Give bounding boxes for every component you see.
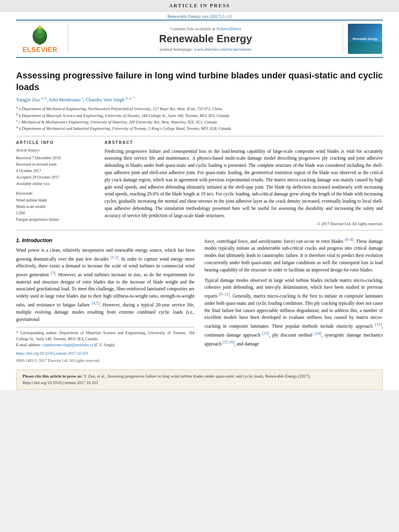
footnote-corresponding: * Corresponding author. Department of Ma… [16,330,195,342]
available-date: Available online xxx [16,181,97,187]
abstract-col: ABSTRACT Predicting progressive failure … [105,140,383,226]
affiliation-c: c c Mechanical & Mechatronics Engineerin… [16,119,383,125]
email-address[interactable]: chandraveer.singh@utoronto.ca [42,343,93,347]
affiliations: a a Department of Mechanical Engineering… [16,105,383,131]
elsevier-tree-icon [26,24,54,46]
accepted-date: Accepted 29 October 2017 [16,174,97,181]
body-col-left: 1. Introduction Wind power is a clean, r… [16,236,195,364]
ref-9-11: [9–11] [219,292,230,296]
renewable-energy-badge: Renewable Energy [348,24,382,54]
intro-section-number: 1. [16,237,21,243]
journal-volume-info: Renewable Energy xxx (2017) 1–13 [167,14,231,18]
email-label: E-mail address: [16,343,42,347]
affiliation-b: b b Department of Materials Science and … [16,112,383,119]
keyword-4: Fatigue progressive failure [16,216,97,223]
divider-2 [16,230,383,230]
keyword-2: Multi-scale model [16,203,97,210]
ref-12: [12] [375,322,382,327]
elsevier-logo: ELSEVIER [23,24,58,53]
two-col-body: 1. Introduction Wind power is a clean, r… [16,236,383,364]
citation-label: Please cite this article in press as: [23,374,84,378]
intro-section-title: 1. Introduction [16,236,195,244]
ref-4-5: [4,5] [92,301,99,305]
homepage-link[interactable]: www.elsevier.com/locate/renene [194,47,251,51]
affiliation-a: a a Department of Mechanical Engineering… [16,105,383,112]
journal-homepage: journal homepage: www.elsevier.com/locat… [160,47,251,51]
page-wrapper: ARTICLE IN PRESS Renewable Energy xxx (2… [0,0,399,390]
ref-3: [3] [51,271,56,275]
author-john-montesano: John Montesano c [49,97,83,103]
divider-1 [16,136,383,136]
citation-bar: Please cite this article in press as: Y.… [16,370,383,390]
main-content: Assessing progressive failure in long wi… [0,58,399,364]
article-info-header: ARTICLE INFO [16,140,97,145]
journal-header: ELSEVIER Contents lists available at Sci… [16,20,383,58]
author-chandra-singh: Chandra Veer Singh b, d, * [86,97,135,103]
homepage-label: journal homepage: [160,47,194,51]
article-info-col: ARTICLE INFO Article history: Received 7… [16,140,97,226]
author-yangjie-zuo: Yangjie Zuo a, b [16,97,46,103]
abstract-text: Predicting progressive failure and conse… [105,148,383,220]
keyword-3: CZM [16,210,97,216]
intro-para-2: force, centrifugal force, and aerodynami… [205,236,383,274]
article-history: Received 7 December 2016 Received in rev… [16,155,97,187]
journal-badge-area: Renewable Energy [343,24,383,54]
body-content: 1. Introduction Wind power is a clean, r… [16,236,383,364]
ref-1-2: [1,2] [111,255,118,259]
affiliation-d: d d Department of Mechanical and Industr… [16,125,383,131]
email-suffix: (C.V. Singh). [93,343,115,347]
copyright-line: © 2017 Elsevier Ltd. All rights reserved… [105,222,383,226]
contents-text: Contents lists available at [170,26,216,31]
keywords-title: Keywords: [16,191,97,195]
badge-text: Renewable Energy [352,37,377,41]
intro-para-1: Wind power is a clean, relatively inexpe… [16,247,195,323]
ref-6-8: [6–8] [345,237,354,242]
doi-line[interactable]: https://doi.org/10.1016/j.renene.2017.10… [16,350,195,357]
open-access-line: 0960-1481/© 2017 Elsevier Ltd. All right… [16,357,195,364]
banner-text: ARTICLE IN PRESS [169,2,230,8]
body-col-right: force, centrifugal force, and aerodynami… [205,236,383,364]
intro-section-label: Introduction [22,237,52,243]
ref-13: [13] [262,331,269,335]
footnote-email: E-mail address: chandraveer.singh@utoron… [16,342,195,348]
received-date: Received 7 December 2016 [16,155,97,161]
intro-para-3: Typical damage modes observed in large w… [205,277,383,348]
contents-line: Contents lists available at ScienceDirec… [170,26,241,31]
journal-info-line: Renewable Energy xxx (2017) 1–13 [0,12,399,20]
article-info-abstract-section: ARTICLE INFO Article history: Received 7… [16,140,383,226]
revised-date: Received in revised formReceived in revi… [16,161,97,174]
article-title: Assessing progressive failure in long wi… [16,70,383,93]
journal-title-area: Contents lists available at ScienceDirec… [68,24,343,54]
history-label: Article history: [16,148,97,152]
elsevier-wordmark: ELSEVIER [23,46,58,53]
article-in-press-banner: ARTICLE IN PRESS [0,0,399,12]
keyword-1: Wind turbine blade [16,197,97,203]
journal-title: Renewable Energy [159,33,252,45]
authors-line: Yangjie Zuo a, b, John Montesano c, Chan… [16,96,383,103]
sciencedirect-link[interactable]: ScienceDirect [216,26,241,31]
keywords-section: Keywords: Wind turbine blade Multi-scale… [16,191,97,223]
elsevier-logo-area: ELSEVIER [16,24,68,54]
abstract-header: ABSTRACT [105,140,383,145]
ref-15-16: [15,16] [223,340,234,344]
footnote-area: * Corresponding author. Department of Ma… [16,327,195,348]
svg-point-5 [38,25,41,29]
ref-14: [14] [315,331,321,335]
